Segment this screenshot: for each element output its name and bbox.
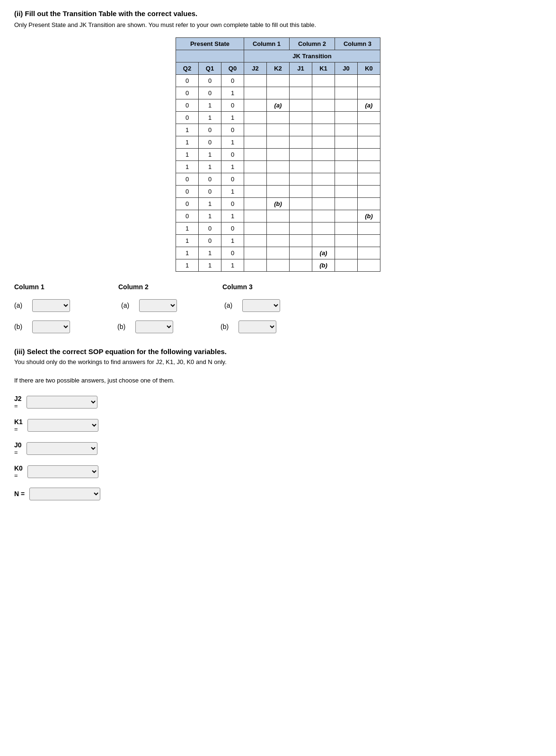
ps-cell: 1 (176, 259, 199, 271)
col1-a-select[interactable]: 01Q2Q1Q0 Q2'Q1'Q0' (32, 299, 70, 312)
j2-cell (244, 185, 267, 197)
col2-a-group: (a) 01Q2Q1Q0 Q2'Q1'Q0' (121, 299, 177, 312)
k1-select[interactable]: 01Q2Q1Q2Q0 Q1Q0Q2'Q1'Q1'Q0'Q2'Q0' (27, 419, 98, 432)
ps-cell: 1 (199, 210, 221, 222)
section3-desc2: If there are two possible answers, just … (14, 376, 542, 385)
section3-header: (iii) Select the correct SOP equation fo… (14, 347, 542, 356)
ps-cell: 1 (176, 160, 199, 173)
j2-cell (244, 124, 267, 136)
ps-cell: 1 (221, 234, 244, 247)
k2-cell (267, 111, 290, 124)
j0-cell (335, 173, 358, 185)
col2-a-select[interactable]: 01Q2Q1Q0 Q2'Q1'Q0' (139, 299, 177, 312)
k0-var-name: K0 (14, 464, 23, 472)
ps-cell: 0 (176, 197, 199, 210)
k1-cell (312, 210, 335, 222)
ps-cell: 1 (221, 111, 244, 124)
ps-cell: 0 (199, 136, 221, 148)
ps-cell: 0 (221, 222, 244, 234)
k0-cell (358, 160, 380, 173)
j0-cell (335, 74, 358, 87)
j1-cell (290, 99, 312, 111)
k2-cell (267, 259, 290, 271)
k2-cell: (b) (267, 197, 290, 210)
k1-cell: (a) (312, 247, 335, 259)
j0-cell (335, 136, 358, 148)
k1-cell (312, 87, 335, 99)
k0-cell (358, 247, 380, 259)
col2-b-select[interactable]: 01Q2Q1Q0 Q2'Q1'Q0' (135, 320, 173, 333)
col1-a-label: (a) (14, 302, 28, 309)
j1-cell (290, 234, 312, 247)
k2-cell (267, 185, 290, 197)
k0-header: K0 (358, 62, 380, 74)
j0-cell (335, 185, 358, 197)
n-select[interactable]: 01Q2Q1Q2Q0 Q1Q0Q2'Q1'Q1'Q0'Q2'Q0' (29, 488, 100, 500)
k2-cell (267, 74, 290, 87)
j2-header: J2 (244, 62, 267, 74)
k1-cell (312, 136, 335, 148)
k0-cell (358, 148, 380, 160)
ps-cell: 1 (199, 259, 221, 271)
j0-cell (335, 124, 358, 136)
j2-var-eq: = (14, 402, 22, 409)
col3-label: Column 3 (222, 283, 260, 291)
col3-b-select[interactable]: 01Q2Q1Q0 Q2'Q1'Q0' (238, 320, 276, 333)
col3-a-select[interactable]: 01Q2Q1Q0 Q2'Q1'Q0' (242, 299, 280, 312)
ps-cell: 1 (221, 136, 244, 148)
ps-cell: 1 (176, 136, 199, 148)
k0-select[interactable]: 01Q2Q1Q2Q0 Q1Q0Q2'Q1'Q1'Q0'Q2'Q0' (27, 465, 98, 478)
k2-header: K2 (267, 62, 290, 74)
k0-row: K0 = 01Q2Q1Q2Q0 Q1Q0Q2'Q1'Q1'Q0'Q2'Q0' (14, 464, 542, 479)
j2-select[interactable]: 01Q2Q1Q2Q0 Q1Q0Q2'Q1'Q1'Q0'Q2'Q0' (26, 396, 97, 409)
j0-cell (335, 247, 358, 259)
j2-cell (244, 222, 267, 234)
k0-var-group: K0 = (14, 464, 23, 479)
k1-var-group: K1 = (14, 418, 23, 433)
k2-cell (267, 234, 290, 247)
ps-cell: 0 (199, 74, 221, 87)
j0-cell (335, 234, 358, 247)
ps-cell: 1 (176, 222, 199, 234)
ps-cell: 1 (176, 247, 199, 259)
ps-cell: 0 (199, 185, 221, 197)
ps-cell: 0 (221, 99, 244, 111)
k1-cell (312, 197, 335, 210)
j1-cell (290, 173, 312, 185)
j2-cell (244, 136, 267, 148)
j1-cell (290, 185, 312, 197)
ps-cell: 0 (176, 87, 199, 99)
k1-cell (312, 74, 335, 87)
ps-cell: 1 (176, 148, 199, 160)
jk-transition-header: JK Transition (244, 50, 380, 62)
ps-cell: 1 (176, 124, 199, 136)
k2-cell (267, 173, 290, 185)
k1-cell (312, 160, 335, 173)
n-var-name: N = (14, 490, 25, 498)
n-row: N = 01Q2Q1Q2Q0 Q1Q0Q2'Q1'Q1'Q0'Q2'Q0' (14, 488, 542, 500)
j2-cell (244, 99, 267, 111)
j2-cell (244, 247, 267, 259)
col3-b-group: (b) 01Q2Q1Q0 Q2'Q1'Q0' (221, 320, 276, 333)
dropdown-row-b: (b) 01Q2Q1Q0 Q2'Q1'Q0' (b) 01Q2Q1Q0 Q2'Q… (14, 320, 542, 333)
j2-cell (244, 148, 267, 160)
ps-cell: 0 (176, 173, 199, 185)
section2-desc: Only Present State and JK Transition are… (14, 20, 542, 30)
j1-cell (290, 160, 312, 173)
k1-var-eq: = (14, 426, 23, 433)
ps-cell: 1 (199, 160, 221, 173)
ps-cell: 1 (199, 111, 221, 124)
col1-b-label: (b) (14, 323, 28, 330)
dropdown-row-labels: Column 1 Column 2 Column 3 (14, 283, 542, 291)
ps-cell: 1 (199, 197, 221, 210)
j0-cell (335, 148, 358, 160)
j0-select[interactable]: 01Q2Q1Q2Q0 Q1Q0Q2'Q1'Q1'Q0'Q2'Q0' (26, 442, 97, 455)
col1-b-group: (b) 01Q2Q1Q0 Q2'Q1'Q0' (14, 320, 70, 333)
ps-cell: 0 (221, 124, 244, 136)
ps-cell: 0 (176, 111, 199, 124)
col3-header: Column 3 (335, 37, 380, 50)
j1-cell (290, 111, 312, 124)
ps-cell: 0 (221, 197, 244, 210)
col1-b-select[interactable]: 01Q2Q1Q0 Q2'Q1'Q0' (32, 320, 70, 333)
j0-var-group: J0 = (14, 441, 22, 456)
